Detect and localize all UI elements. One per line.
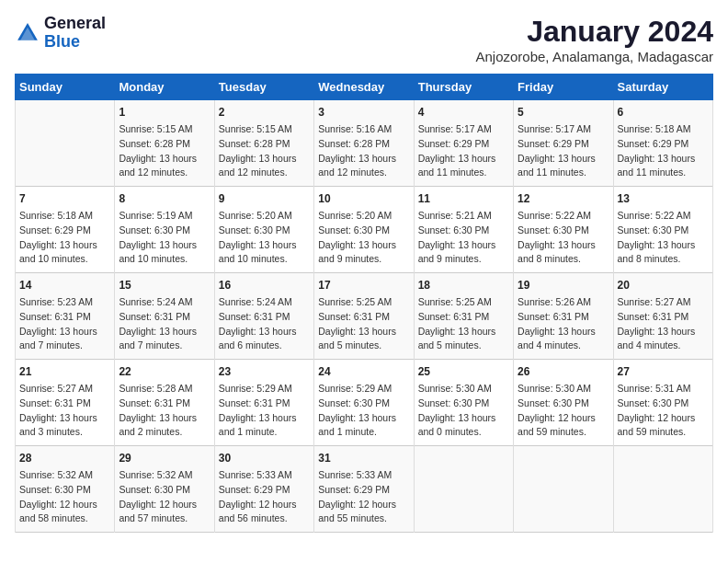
- calendar-header-tuesday: Tuesday: [214, 75, 313, 100]
- day-number: 25: [418, 363, 509, 380]
- calendar-cell: 29Sunrise: 5:32 AM Sunset: 6:30 PM Dayli…: [115, 446, 214, 533]
- calendar-cell: 15Sunrise: 5:24 AM Sunset: 6:31 PM Dayli…: [115, 273, 214, 360]
- calendar-cell: [514, 446, 613, 533]
- day-info: Sunrise: 5:16 AM Sunset: 6:28 PM Dayligh…: [318, 122, 409, 180]
- day-number: 16: [219, 277, 310, 293]
- calendar-header-sunday: Sunday: [16, 75, 115, 100]
- day-number: 12: [518, 190, 609, 207]
- day-info: Sunrise: 5:32 AM Sunset: 6:30 PM Dayligh…: [19, 468, 110, 526]
- day-info: Sunrise: 5:15 AM Sunset: 6:28 PM Dayligh…: [119, 122, 210, 180]
- calendar-cell: 17Sunrise: 5:25 AM Sunset: 6:31 PM Dayli…: [314, 273, 414, 360]
- day-info: Sunrise: 5:18 AM Sunset: 6:29 PM Dayligh…: [19, 209, 110, 267]
- main-title: January 2024: [475, 15, 713, 49]
- calendar-cell: 30Sunrise: 5:33 AM Sunset: 6:29 PM Dayli…: [214, 446, 313, 533]
- day-number: 28: [19, 450, 110, 466]
- calendar-cell: 20Sunrise: 5:27 AM Sunset: 6:31 PM Dayli…: [613, 273, 712, 360]
- day-info: Sunrise: 5:31 AM Sunset: 6:30 PM Dayligh…: [618, 382, 709, 440]
- day-number: 30: [219, 450, 310, 466]
- day-info: Sunrise: 5:21 AM Sunset: 6:30 PM Dayligh…: [418, 209, 509, 267]
- day-number: 18: [418, 277, 509, 293]
- calendar-header-friday: Friday: [514, 75, 613, 100]
- day-number: 15: [119, 277, 210, 293]
- day-number: 22: [119, 363, 210, 380]
- calendar-cell: 10Sunrise: 5:20 AM Sunset: 6:30 PM Dayli…: [314, 187, 414, 273]
- calendar-header-thursday: Thursday: [414, 75, 513, 100]
- logo-line2: Blue: [44, 33, 106, 52]
- calendar-cell: 22Sunrise: 5:28 AM Sunset: 6:31 PM Dayli…: [115, 360, 214, 446]
- day-number: 17: [318, 277, 409, 293]
- day-info: Sunrise: 5:25 AM Sunset: 6:31 PM Dayligh…: [318, 295, 409, 353]
- week-row-1: 1Sunrise: 5:15 AM Sunset: 6:28 PM Daylig…: [16, 100, 713, 187]
- calendar-cell: 12Sunrise: 5:22 AM Sunset: 6:30 PM Dayli…: [514, 187, 613, 273]
- logo: General Blue: [15, 15, 106, 52]
- calendar-cell: [613, 446, 712, 533]
- calendar-body: 1Sunrise: 5:15 AM Sunset: 6:28 PM Daylig…: [16, 100, 713, 533]
- subtitle: Anjozorobe, Analamanga, Madagascar: [475, 49, 713, 64]
- calendar-cell: 21Sunrise: 5:27 AM Sunset: 6:31 PM Dayli…: [16, 360, 115, 446]
- calendar-cell: 27Sunrise: 5:31 AM Sunset: 6:30 PM Dayli…: [613, 360, 712, 446]
- calendar-cell: 1Sunrise: 5:15 AM Sunset: 6:28 PM Daylig…: [115, 100, 214, 187]
- calendar-header: SundayMondayTuesdayWednesdayThursdayFrid…: [16, 75, 713, 100]
- day-number: 8: [119, 190, 210, 207]
- day-info: Sunrise: 5:19 AM Sunset: 6:30 PM Dayligh…: [119, 209, 210, 267]
- week-row-2: 7Sunrise: 5:18 AM Sunset: 6:29 PM Daylig…: [16, 187, 713, 273]
- day-number: 4: [418, 104, 509, 121]
- day-number: 5: [518, 104, 609, 121]
- calendar-cell: 31Sunrise: 5:33 AM Sunset: 6:29 PM Dayli…: [314, 446, 414, 533]
- day-info: Sunrise: 5:29 AM Sunset: 6:31 PM Dayligh…: [219, 382, 310, 440]
- logo-line1: General: [44, 15, 106, 33]
- week-row-5: 28Sunrise: 5:32 AM Sunset: 6:30 PM Dayli…: [16, 446, 713, 533]
- calendar-cell: 26Sunrise: 5:30 AM Sunset: 6:30 PM Dayli…: [514, 360, 613, 446]
- day-info: Sunrise: 5:26 AM Sunset: 6:31 PM Dayligh…: [518, 295, 609, 353]
- page-header: General Blue January 2024 Anjozorobe, An…: [15, 15, 713, 64]
- logo-icon: [15, 20, 40, 46]
- day-number: 24: [318, 363, 409, 380]
- day-number: 31: [318, 450, 409, 466]
- calendar-cell: 14Sunrise: 5:23 AM Sunset: 6:31 PM Dayli…: [16, 273, 115, 360]
- day-info: Sunrise: 5:30 AM Sunset: 6:30 PM Dayligh…: [518, 382, 609, 440]
- day-number: 3: [318, 104, 409, 121]
- day-number: 19: [518, 277, 609, 293]
- day-number: 11: [418, 190, 509, 207]
- calendar-header-wednesday: Wednesday: [314, 75, 414, 100]
- day-info: Sunrise: 5:18 AM Sunset: 6:29 PM Dayligh…: [618, 122, 709, 180]
- calendar-cell: 19Sunrise: 5:26 AM Sunset: 6:31 PM Dayli…: [514, 273, 613, 360]
- day-info: Sunrise: 5:17 AM Sunset: 6:29 PM Dayligh…: [518, 122, 609, 180]
- calendar-cell: 9Sunrise: 5:20 AM Sunset: 6:30 PM Daylig…: [214, 187, 313, 273]
- day-info: Sunrise: 5:15 AM Sunset: 6:28 PM Dayligh…: [219, 122, 310, 180]
- calendar-cell: 25Sunrise: 5:30 AM Sunset: 6:30 PM Dayli…: [414, 360, 513, 446]
- day-info: Sunrise: 5:20 AM Sunset: 6:30 PM Dayligh…: [219, 209, 310, 267]
- day-number: 6: [618, 104, 709, 121]
- calendar-cell: 11Sunrise: 5:21 AM Sunset: 6:30 PM Dayli…: [414, 187, 513, 273]
- day-info: Sunrise: 5:22 AM Sunset: 6:30 PM Dayligh…: [518, 209, 609, 267]
- day-info: Sunrise: 5:24 AM Sunset: 6:31 PM Dayligh…: [219, 295, 310, 353]
- calendar-cell: 5Sunrise: 5:17 AM Sunset: 6:29 PM Daylig…: [514, 100, 613, 187]
- calendar-cell: 28Sunrise: 5:32 AM Sunset: 6:30 PM Dayli…: [16, 446, 115, 533]
- day-number: 10: [318, 190, 409, 207]
- day-number: 29: [119, 450, 210, 466]
- day-info: Sunrise: 5:27 AM Sunset: 6:31 PM Dayligh…: [618, 295, 709, 353]
- day-info: Sunrise: 5:28 AM Sunset: 6:31 PM Dayligh…: [119, 382, 210, 440]
- calendar-cell: [414, 446, 513, 533]
- calendar-cell: 13Sunrise: 5:22 AM Sunset: 6:30 PM Dayli…: [613, 187, 712, 273]
- title-block: January 2024 Anjozorobe, Analamanga, Mad…: [475, 15, 713, 64]
- calendar-table: SundayMondayTuesdayWednesdayThursdayFrid…: [15, 74, 713, 533]
- week-row-3: 14Sunrise: 5:23 AM Sunset: 6:31 PM Dayli…: [16, 273, 713, 360]
- day-number: 2: [219, 104, 310, 121]
- day-info: Sunrise: 5:32 AM Sunset: 6:30 PM Dayligh…: [119, 468, 210, 526]
- day-number: 26: [518, 363, 609, 380]
- day-info: Sunrise: 5:33 AM Sunset: 6:29 PM Dayligh…: [219, 468, 310, 526]
- calendar-cell: 3Sunrise: 5:16 AM Sunset: 6:28 PM Daylig…: [314, 100, 414, 187]
- day-number: 23: [219, 363, 310, 380]
- day-info: Sunrise: 5:20 AM Sunset: 6:30 PM Dayligh…: [318, 209, 409, 267]
- day-info: Sunrise: 5:27 AM Sunset: 6:31 PM Dayligh…: [19, 382, 110, 440]
- calendar-cell: 16Sunrise: 5:24 AM Sunset: 6:31 PM Dayli…: [214, 273, 313, 360]
- day-number: 20: [618, 277, 709, 293]
- day-number: 27: [618, 363, 709, 380]
- day-number: 14: [19, 277, 110, 293]
- calendar-cell: 24Sunrise: 5:29 AM Sunset: 6:30 PM Dayli…: [314, 360, 414, 446]
- day-number: 7: [19, 190, 110, 207]
- calendar-cell: 8Sunrise: 5:19 AM Sunset: 6:30 PM Daylig…: [115, 187, 214, 273]
- day-info: Sunrise: 5:17 AM Sunset: 6:29 PM Dayligh…: [418, 122, 509, 180]
- day-info: Sunrise: 5:33 AM Sunset: 6:29 PM Dayligh…: [318, 468, 409, 526]
